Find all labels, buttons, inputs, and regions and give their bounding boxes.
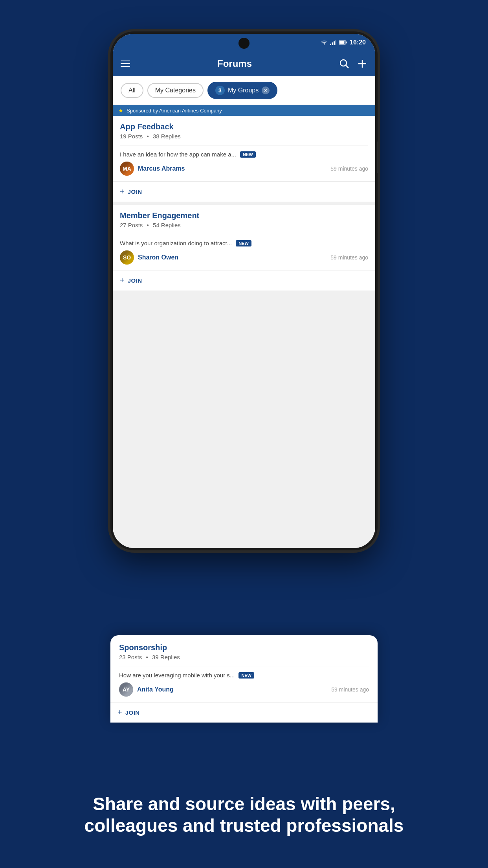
group-title-app-feedback[interactable]: App Feedback — [120, 122, 368, 131]
join-bar-sponsorship[interactable]: + JOIN — [110, 702, 378, 723]
my-groups-count: 3 — [215, 86, 225, 95]
card-body-sponsorship: Sponsorship 23 Posts • 39 Replies How ar… — [110, 635, 378, 702]
join-bar-member-engagement[interactable]: + JOIN — [113, 270, 375, 291]
join-plus-icon: + — [120, 187, 125, 196]
svg-rect-3 — [336, 40, 337, 45]
side-button — [377, 142, 378, 173]
svg-rect-5 — [346, 42, 347, 44]
post-author-sponsorship: AY Anita Young 59 minutes ago — [119, 682, 369, 697]
post-preview-app-feedback: I have an idea for how the app can make … — [120, 145, 368, 181]
tab-all-label: All — [128, 87, 136, 94]
hamburger-menu[interactable] — [121, 61, 130, 67]
svg-point-7 — [340, 60, 347, 66]
add-icon[interactable] — [357, 59, 367, 69]
posts-label: Posts — [128, 133, 143, 140]
author-name-marcus[interactable]: Marcus Abrams — [138, 165, 185, 172]
tab-my-groups-label: My Groups — [228, 87, 259, 94]
sponsor-star-icon: ★ — [118, 107, 123, 114]
phone-frame: 16:20 Forums — [110, 31, 378, 550]
posts-label-2: Posts — [128, 222, 143, 228]
avatar-img: MA — [120, 162, 134, 176]
hamburger-line-2 — [121, 63, 130, 64]
post-preview-content-member-engagement: What is your organization doing to attra… — [120, 240, 232, 246]
screen-content: ★ Sponsored by American Airlines Company… — [113, 105, 375, 548]
forum-card-app-feedback: ★ Sponsored by American Airlines Company… — [113, 105, 375, 202]
sponsorship-card-overlay: Sponsorship 23 Posts • 39 Replies How ar… — [110, 635, 378, 723]
battery-icon — [339, 40, 347, 45]
card-body-app-feedback: App Feedback 19 Posts • 38 Replies I hav… — [113, 116, 375, 181]
tab-my-groups[interactable]: 3 My Groups ✕ — [207, 82, 277, 99]
tab-my-categories[interactable]: My Categories — [147, 83, 204, 98]
avatar-img-3: AY — [119, 682, 133, 697]
post-text-app-feedback: I have an idea for how the app can make … — [120, 151, 368, 158]
replies-count-sponsorship: 39 — [152, 654, 159, 660]
close-my-groups-icon[interactable]: ✕ — [262, 86, 270, 94]
join-plus-icon-3: + — [117, 708, 122, 717]
wifi-icon — [321, 40, 328, 45]
search-icon[interactable] — [339, 59, 349, 69]
post-time-marcus: 59 minutes ago — [330, 166, 368, 172]
join-label-member-engagement: JOIN — [128, 277, 142, 284]
svg-rect-2 — [334, 41, 335, 45]
post-preview-sponsorship: How are you leveraging mobile with your … — [119, 666, 369, 702]
replies-label: Replies — [161, 133, 181, 140]
hamburger-line-3 — [121, 66, 130, 67]
group-title-member-engagement[interactable]: Member Engagement — [120, 211, 368, 220]
join-label-sponsorship: JOIN — [125, 709, 140, 716]
replies-label-3: Replies — [160, 654, 180, 660]
svg-rect-6 — [339, 41, 345, 44]
replies-count-member-engagement: 54 — [153, 222, 160, 228]
post-preview-content-sponsorship: How are you leveraging mobile with your … — [119, 672, 235, 679]
separator-2: • — [147, 222, 149, 228]
posts-count-member-engagement: 27 — [120, 222, 127, 228]
avatar-sharon: SO — [120, 250, 134, 265]
tab-my-categories-label: My Categories — [155, 87, 196, 94]
avatar-img-2: SO — [120, 250, 134, 265]
post-author-app-feedback: MA Marcus Abrams 59 minutes ago — [120, 162, 368, 176]
post-author-member-engagement: SO Sharon Owen 59 minutes ago — [120, 250, 368, 265]
avatar-anita: AY — [119, 682, 133, 697]
filter-tabs: All My Categories 3 My Groups ✕ — [113, 76, 375, 105]
replies-label-2: Replies — [161, 222, 181, 228]
status-time: 16:20 — [350, 39, 366, 46]
posts-count-app-feedback: 19 — [120, 133, 127, 140]
header-actions — [339, 59, 367, 69]
join-label-app-feedback: JOIN — [128, 188, 142, 195]
bottom-caption: Share and source ideas with peers, colle… — [67, 793, 421, 837]
replies-count-app-feedback: 38 — [153, 133, 160, 140]
avatar-marcus: MA — [120, 162, 134, 176]
tab-all[interactable]: All — [121, 83, 143, 98]
separator: • — [147, 133, 149, 140]
join-bar-app-feedback[interactable]: + JOIN — [113, 181, 375, 202]
hamburger-line-1 — [121, 61, 130, 61]
post-time-anita: 59 minutes ago — [331, 686, 369, 693]
forum-card-member-engagement: Member Engagement 27 Posts • 54 Replies … — [113, 205, 375, 291]
posts-count-sponsorship: 23 — [119, 654, 126, 660]
post-text-member-engagement: What is your organization doing to attra… — [120, 240, 368, 246]
sponsor-banner: ★ Sponsored by American Airlines Company — [113, 105, 375, 116]
new-badge-member-engagement: NEW — [236, 240, 251, 246]
phone-screen: 16:20 Forums — [113, 34, 375, 548]
group-meta-member-engagement: 27 Posts • 54 Replies — [120, 222, 368, 228]
new-badge-sponsorship: NEW — [238, 672, 254, 679]
posts-label-3: Posts — [127, 654, 142, 660]
signal-icon — [330, 40, 336, 45]
bottom-caption-text: Share and source ideas with peers, colle… — [84, 794, 404, 836]
app-title: Forums — [217, 58, 252, 69]
group-meta-app-feedback: 19 Posts • 38 Replies — [120, 133, 368, 140]
card-body-member-engagement: Member Engagement 27 Posts • 54 Replies … — [113, 205, 375, 270]
author-name-anita[interactable]: Anita Young — [137, 686, 174, 693]
sponsor-text: Sponsored by American Airlines Company — [127, 108, 222, 114]
author-name-sharon[interactable]: Sharon Owen — [138, 254, 178, 261]
group-meta-sponsorship: 23 Posts • 39 Replies — [119, 654, 369, 660]
new-badge-app-feedback: NEW — [240, 151, 256, 158]
group-title-sponsorship[interactable]: Sponsorship — [119, 643, 369, 652]
svg-rect-0 — [330, 44, 331, 45]
post-preview-member-engagement: What is your organization doing to attra… — [120, 234, 368, 270]
post-preview-content-app-feedback: I have an idea for how the app can make … — [120, 151, 236, 158]
svg-line-8 — [346, 65, 349, 68]
app-header: Forums — [113, 51, 375, 76]
separator-3: • — [146, 654, 148, 660]
status-bar: 16:20 — [113, 34, 375, 51]
post-time-sharon: 59 minutes ago — [330, 254, 368, 261]
